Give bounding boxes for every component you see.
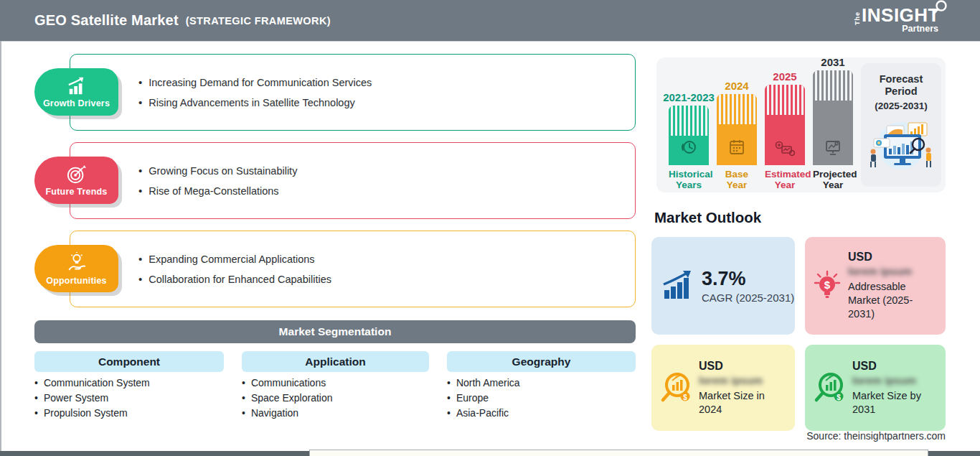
presentation-icon: [824, 138, 842, 157]
market-size-2031-card: $ USD lorem ipsum Market Size by 2031: [805, 345, 946, 431]
redacted-value: lorem ipsum: [852, 374, 937, 386]
magnifier-chart-green-icon: $: [811, 368, 848, 408]
segment-list-geography: North America Europe Asia-Pacific: [447, 377, 636, 419]
currency-label: USD: [852, 360, 937, 373]
card-label: Market Size in 2024: [699, 389, 783, 417]
card-label: Addressable Market (2025-2031): [848, 280, 933, 321]
page-subtitle: (STRATEGIC FRAMEWORK): [186, 15, 331, 27]
cagr-card: 3.7% CAGR (2025-2031): [651, 237, 795, 335]
growth-chart-icon: [66, 76, 88, 96]
timeline-year: 2031: [821, 56, 844, 68]
svg-text:$: $: [683, 394, 687, 401]
segment-item: Navigation: [242, 407, 429, 419]
timeline-year: 2025: [773, 70, 796, 83]
cagr-label: CAGR (2025-2031): [702, 292, 794, 304]
logo-the-text: The: [854, 11, 861, 25]
segment-list-application: Communications Space Exploration Navigat…: [242, 377, 429, 419]
opportunities-box: Expanding Commercial Applications Collab…: [70, 231, 636, 307]
segment-item: Propulsion System: [34, 407, 224, 419]
historical-bar: [669, 106, 709, 165]
opportunity-item: Collaboration for Enhanced Capabilities: [138, 272, 635, 287]
future-trends-pill: Future Trends: [34, 157, 118, 204]
bulb-hand-icon: [66, 252, 88, 274]
segment-item: Communication System: [34, 377, 224, 388]
segment-item: Power System: [34, 392, 224, 404]
opportunity-item: Expanding Commercial Applications: [138, 252, 635, 266]
page-title: GEO Satellite Market: [34, 12, 179, 29]
card-label: Market Size by 2031: [852, 389, 937, 417]
segment-item: Space Exploration: [242, 392, 429, 404]
cagr-chart-icon: [661, 270, 694, 302]
estimated-year-bar: [765, 85, 805, 165]
base-year-bar: [717, 94, 757, 165]
opportunities-pill: Opportunities: [34, 245, 118, 292]
svg-text:$: $: [824, 279, 831, 291]
segment-list-component: Communication System Power System Propul…: [34, 377, 224, 419]
growth-driver-item: Increasing Demand for Communication Serv…: [138, 75, 635, 90]
segment-item: Communications: [242, 377, 429, 388]
market-outlook-title: Market Outlook: [654, 209, 761, 226]
insight-partners-logo: The INSIGHT Partners: [851, 6, 940, 34]
timeline-estimated: 2025: [765, 70, 805, 165]
future-trends-box: Growing Focus on Sustainability Rise of …: [70, 142, 636, 219]
clock-history-icon: [679, 138, 698, 157]
segment-header-application: Application: [242, 351, 429, 372]
bar-stripe: [813, 70, 853, 101]
segment-header-geography: Geography: [447, 351, 636, 372]
forecast-period-card: Forecast Period (2025-2031): [861, 63, 941, 187]
growth-drivers-box: Increasing Demand for Communication Serv…: [70, 54, 636, 131]
timeline-projected: 2031: [813, 56, 853, 165]
segment-item: Europe: [447, 392, 636, 404]
base-year-label: BaseYear: [717, 169, 757, 190]
market-segmentation-header: Market Segmentation: [34, 320, 636, 343]
forecast-timeline-panel: 2021-2023 2024: [656, 57, 946, 192]
svg-text:$: $: [837, 394, 841, 401]
bar-stripe: [669, 106, 709, 136]
bar-stripe: [717, 94, 757, 124]
opportunities-label: Opportunities: [46, 276, 107, 286]
timeline-bars: 2021-2023 2024: [669, 57, 853, 165]
target-icon: [66, 164, 88, 185]
calendar-icon: [727, 138, 746, 157]
timeline-year: 2021-2023: [663, 91, 715, 103]
historical-years-label: HistoricalYears: [669, 169, 709, 190]
segment-item: Asia-Pacific: [447, 407, 636, 419]
projected-year-bar: [813, 70, 853, 165]
growth-drivers-label: Growth Drivers: [43, 98, 110, 108]
estimate-chart-icon: [775, 139, 795, 157]
timeline-year: 2024: [725, 80, 748, 92]
growth-driver-item: Rising Advancements in Satellite Technol…: [138, 96, 635, 110]
estimated-year-label: EstimatedYear: [765, 169, 805, 190]
bulb-dollar-icon: $: [811, 266, 844, 306]
forecast-period-range: (2025-2031): [875, 101, 928, 111]
source-attribution: Source: theinsightpartners.com: [806, 430, 946, 442]
redacted-value: lorem ipsum: [848, 265, 933, 277]
analytics-illustration: [865, 117, 937, 170]
forecast-period-title: Forecast: [880, 73, 923, 85]
future-trend-item: Growing Focus on Sustainability: [138, 164, 635, 178]
currency-label: USD: [699, 360, 783, 373]
projected-year-label: ProjectedYear: [813, 169, 853, 190]
timeline-base: 2024: [717, 80, 757, 165]
redacted-value: lorem ipsum: [699, 374, 783, 386]
magnifier-chart-orange-icon: $: [657, 368, 694, 408]
magnifier-icon: [931, 0, 948, 17]
addressable-market-card: $ USD lorem ipsum Addressable Market (20…: [805, 237, 946, 335]
growth-drivers-pill: Growth Drivers: [34, 68, 118, 116]
next-section-edge: [309, 450, 928, 456]
timeline-bar-labels: HistoricalYears BaseYear EstimatedYear P…: [669, 169, 853, 190]
future-trends-label: Future Trends: [46, 187, 108, 197]
segment-header-component: Component: [34, 351, 224, 372]
logo-insight-text: INSIGHT: [862, 6, 940, 24]
bar-stripe: [765, 85, 805, 115]
segment-item: North America: [447, 377, 636, 388]
market-size-2024-card: $ USD lorem ipsum Market Size in 2024: [651, 345, 795, 431]
infographic-canvas: GEO Satellite Market (STRATEGIC FRAMEWOR…: [0, 0, 980, 456]
future-trend-item: Rise of Mega-Constellations: [138, 184, 635, 198]
page-left-border: [0, 41, 1, 456]
currency-label: USD: [848, 251, 933, 264]
cagr-value: 3.7%: [702, 268, 794, 289]
timeline-historical: 2021-2023: [669, 91, 709, 165]
header-bar: GEO Satellite Market (STRATEGIC FRAMEWOR…: [0, 0, 980, 42]
